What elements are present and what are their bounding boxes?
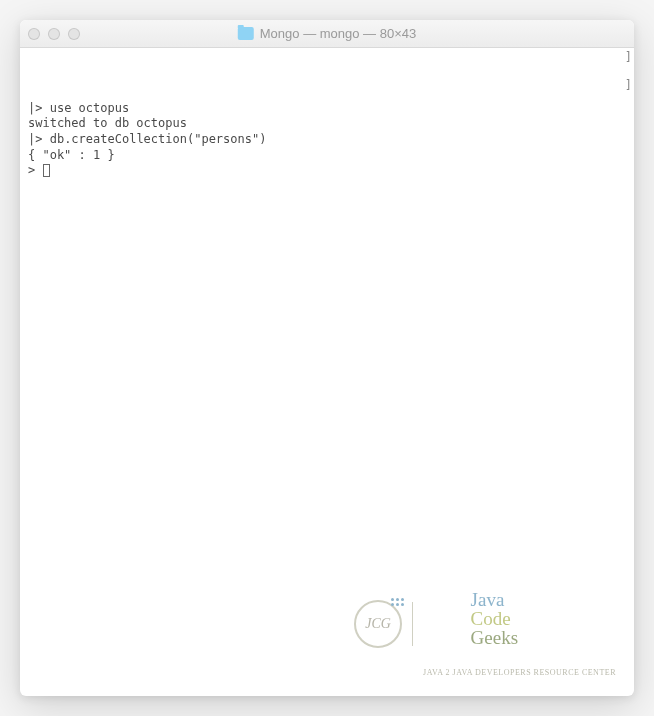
close-button[interactable]: [28, 28, 40, 40]
scroll-indicator-top: ]: [625, 50, 632, 66]
terminal-window: Mongo — mongo — 80×43 ] ] |> use octopus…: [20, 20, 634, 696]
scroll-indicator: ]: [625, 78, 632, 94]
terminal-line: >: [28, 163, 626, 179]
watermark-divider: [412, 602, 413, 646]
command-text: use octopus: [50, 101, 129, 115]
watermark-text: Java Code Geeks JAVA 2 JAVA DEVELOPERS R…: [423, 571, 616, 678]
command-text: db.createCollection("persons"): [50, 132, 267, 146]
watermark-subtitle: JAVA 2 JAVA DEVELOPERS RESOURCE CENTER: [423, 668, 616, 678]
watermark-circle-text: JCG: [365, 615, 391, 633]
title-bar-center: Mongo — mongo — 80×43: [238, 26, 416, 41]
window-title: Mongo — mongo — 80×43: [260, 26, 416, 41]
minimize-button[interactable]: [48, 28, 60, 40]
maximize-button[interactable]: [68, 28, 80, 40]
watermark-word-geeks: Geeks: [471, 627, 518, 648]
traffic-lights: [28, 28, 80, 40]
terminal-line: switched to db octopus: [28, 116, 626, 132]
cursor: [43, 164, 50, 177]
terminal-line: |> use octopus: [28, 101, 626, 117]
watermark-circle: JCG: [354, 600, 402, 648]
watermark-main-text: Java Code Geeks: [423, 571, 616, 666]
watermark-word-code: Code: [471, 608, 511, 629]
watermark-dots-icon: [391, 598, 404, 606]
watermark-logo: JCG Java Code Geeks JAVA 2 JAVA DEVELOP: [354, 571, 616, 678]
prompt: >: [28, 163, 42, 177]
watermark-word-java: Java: [471, 589, 505, 610]
output-text: { "ok" : 1 }: [28, 148, 115, 162]
prompt: |>: [28, 132, 50, 146]
title-bar[interactable]: Mongo — mongo — 80×43: [20, 20, 634, 48]
terminal-line: |> db.createCollection("persons"): [28, 132, 626, 148]
output-text: switched to db octopus: [28, 116, 187, 130]
prompt: |>: [28, 101, 50, 115]
terminal-line: { "ok" : 1 }: [28, 148, 626, 164]
folder-icon: [238, 27, 254, 40]
terminal-content[interactable]: ] ] |> use octopusswitched to db octopus…: [20, 48, 634, 696]
